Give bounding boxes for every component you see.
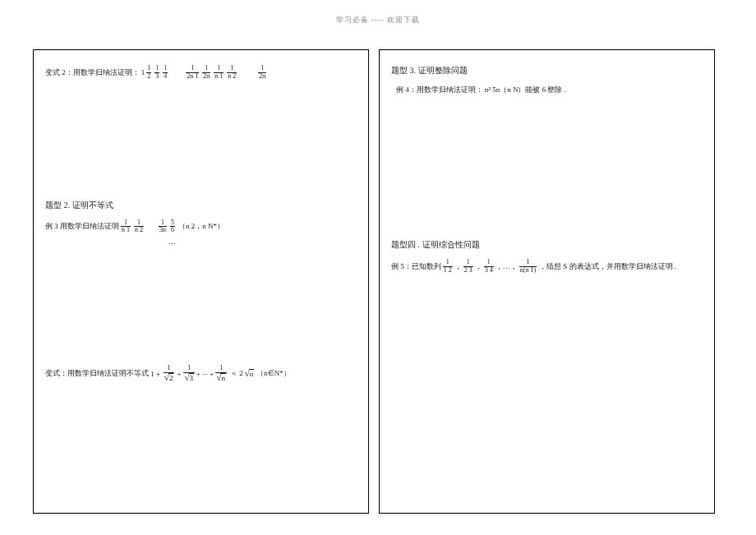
header-text: 学习必备 ---- 欢迎下载 [336, 16, 421, 24]
ex3-frac-56: 56 [170, 219, 175, 235]
vN-frac-sqrtn: 1 √n [215, 365, 227, 383]
frac-1-2n1: 12n 1 [186, 65, 199, 81]
ex5-dots: ，…， [496, 261, 518, 272]
heading-type4: 题型四 . 证明综合性问题 [391, 239, 703, 251]
example3-label: 例 3 用数学归纳法证明 [45, 221, 119, 232]
frac-1-2n: 12n [202, 65, 210, 81]
variant2-line: 变式 2：用数学归纳法证明： 1 12 13 14 12n 1 12n 1n 1… [45, 65, 357, 81]
example4-body: n³ 5n（n N）能被 6 整除 . [485, 85, 566, 95]
ex3-cond: （n 2，n N*） [178, 221, 224, 232]
frac-1-3: 13 [154, 65, 159, 81]
heading-type2: 题型 2. 证明不等式 [45, 200, 357, 211]
ex5-frac-n: 1n(n 1) [519, 259, 537, 274]
variantN-label: 变式：用数学归纳法证明不等式 [45, 368, 149, 379]
ex3-dots: … [168, 238, 176, 246]
variantN-line: 变式：用数学归纳法证明不等式 1 + 1 √2 + 1 √3 + ··· + 1… [45, 365, 357, 383]
variant2-label: 变式 2：用数学归纳法证明： [45, 67, 140, 78]
vN-sqrt-n: √n [245, 369, 255, 379]
frac-1-4: 14 [163, 65, 168, 81]
page-header: 学习必备 ---- 欢迎下载 [0, 15, 756, 25]
ex3-frac-3n: 13n [159, 219, 167, 235]
example5-line: 例 5：已知数列 11 2 ， 12 3 ， 13 4 ，…， 1n(n 1) … [391, 259, 703, 274]
example3-line: 例 3 用数学归纳法证明 1n 1 1n 2 13n 56 （n 2，n N*） [45, 219, 357, 235]
page-container: 变式 2：用数学归纳法证明： 1 12 13 14 12n 1 12n 1n 1… [33, 49, 715, 514]
ex5-frac-2: 12 3 [463, 259, 473, 274]
right-page: 题型 3. 证明整除问题 例 4：用数学归纳法证明： n³ 5n（n N）能被 … [379, 49, 715, 514]
vN-cond: （n∈N*） [256, 368, 291, 379]
frac-1-n2: 1n 2 [227, 65, 237, 81]
frac-1-n1: 1n 1 [214, 65, 224, 81]
example4-label: 例 4：用数学归纳法证明： [396, 85, 483, 95]
ex3-dots-row: … [168, 238, 357, 246]
variantN-lead: 1 + [150, 370, 160, 378]
example5-label: 例 5：已知数列 [391, 261, 441, 272]
variant2-lead: 1 [141, 68, 145, 76]
ex5-frac-1: 11 2 [443, 259, 453, 274]
vN-dots: + ··· + [196, 370, 214, 378]
ex3-frac-2: 1n 2 [134, 219, 144, 235]
frac-1-2: 12 [146, 65, 151, 81]
vN-lt: ＜ 2 [230, 368, 243, 379]
vN-frac-sqrt2: 1 √2 [164, 365, 175, 383]
frac-1-2n-last: 12n [258, 65, 266, 81]
example4-line: 例 4：用数学归纳法证明： n³ 5n（n N）能被 6 整除 . [396, 85, 703, 95]
left-page: 变式 2：用数学归纳法证明： 1 12 13 14 12n 1 12n 1n 1… [33, 49, 369, 514]
heading-type3: 题型 3. 证明整除问题 [391, 65, 703, 76]
ex3-frac-1: 1n 1 [121, 219, 131, 235]
ex5-tail: ，猜想 S 的表达式，并用数学归纳法证明 . [539, 261, 676, 272]
vN-frac-sqrt3: 1 √3 [183, 365, 195, 383]
ex5-frac-3: 13 4 [484, 259, 494, 274]
